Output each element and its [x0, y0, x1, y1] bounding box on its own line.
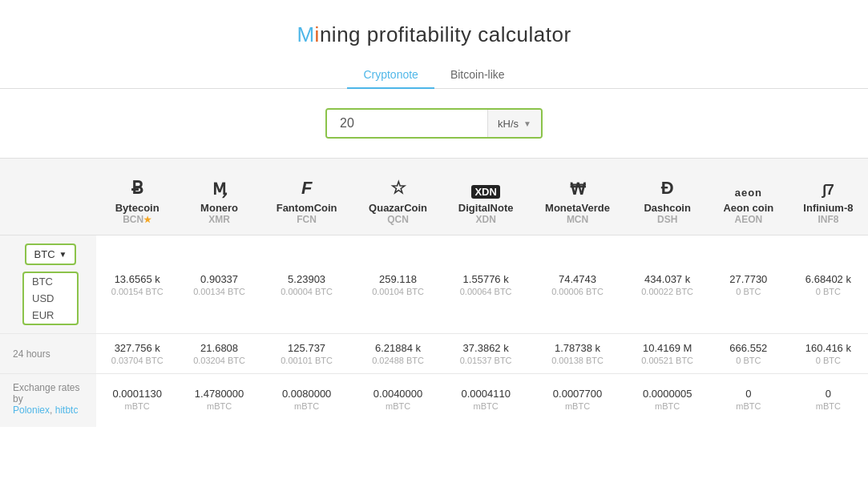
bytecoin-rate-unit: mBTC [104, 401, 170, 411]
monero-day-cell: 21.6808 0.03204 BTC [178, 334, 260, 374]
row-label-day: 24 hours [0, 334, 96, 374]
bytecoin-icon: Ƀ [104, 178, 170, 199]
aeon-rate-cell: 0 mBTC [709, 374, 789, 428]
moneta-icon: ₩ [537, 179, 619, 199]
hashrate-input-wrapper: kH/s ▼ [325, 108, 543, 139]
moneta-hour-main: 74.4743 [537, 273, 619, 285]
digital-day-btc: 0.01537 BTC [451, 356, 521, 365]
bytecoin-rate-cell: 0.0001130 mBTC [96, 374, 178, 428]
infinium-hour-btc: 0 BTC [797, 287, 860, 296]
moneta-day-cell: 1.78738 k 0.00138 BTC [529, 334, 627, 374]
dash-ticker: DSH [634, 214, 700, 225]
fantom-rate: 0.0080000 [268, 388, 345, 400]
digital-hour-cell: 1.55776 k 0.00064 BTC [443, 235, 529, 334]
table-row-exchange: Exchange rates by Poloniex, hitbtc 0.000… [0, 374, 868, 428]
digital-rate: 0.0004110 [451, 388, 521, 400]
monero-ticker: XMR [186, 214, 252, 225]
fantom-hour-main: 5.23903 [268, 273, 345, 285]
col-header-bytecoin: Ƀ Bytecoin BCN★ [96, 171, 178, 235]
infinium-hour-cell: 6.68402 k 0 BTC [789, 235, 868, 334]
currency-option-btc[interactable]: BTC [24, 273, 77, 290]
page-title: Mining profitability calculator [0, 0, 868, 62]
dash-hour-main: 434.037 k [634, 273, 700, 285]
quazar-rate: 0.0040000 [361, 388, 434, 400]
fantom-hour-cell: 5.23903 0.00004 BTC [260, 235, 353, 334]
monero-rate-cell: 1.4780000 mBTC [178, 374, 260, 428]
table-row-hour: BTC ▼ BTC USD EUR 13.6565 k 0.00154 BTC [0, 235, 868, 334]
aeon-day-cell: 666.552 0 BTC [709, 334, 789, 374]
digital-ticker: XDN [451, 214, 521, 225]
bytecoin-hour-main: 13.6565 k [104, 273, 170, 285]
quazar-day-main: 6.21884 k [361, 342, 434, 354]
col-header-moneta: ₩ MonetaVerde MCN [529, 171, 627, 235]
fantom-hour-btc: 0.00004 BTC [268, 287, 345, 296]
currency-selector-button[interactable]: BTC ▼ [25, 243, 77, 265]
fantom-day-main: 125.737 [268, 342, 345, 354]
dash-day-btc: 0.00521 BTC [634, 356, 700, 365]
digital-rate-cell: 0.0004110 mBTC [443, 374, 529, 428]
table-row-day: 24 hours 327.756 k 0.03704 BTC 21.6808 0… [0, 334, 868, 374]
tab-bitcoin-like[interactable]: Bitcoin-like [434, 62, 521, 89]
bytecoin-rate: 0.0001130 [104, 388, 170, 400]
bytecoin-day-cell: 327.756 k 0.03704 BTC [96, 334, 178, 374]
aeon-ticker: AEON [717, 214, 781, 225]
fantom-ticker: FCN [268, 214, 345, 225]
digital-hour-main: 1.55776 k [451, 273, 521, 285]
monero-icon: Ӎ [186, 179, 252, 199]
tab-cryptonote[interactable]: Cryptonote [347, 62, 434, 89]
currency-option-eur[interactable]: EUR [24, 307, 77, 324]
quazar-rate-cell: 0.0040000 mBTC [353, 374, 442, 428]
fantom-name: FantomCoin [268, 202, 345, 214]
hashrate-input[interactable] [327, 110, 487, 137]
currency-option-usd[interactable]: USD [24, 290, 77, 307]
moneta-day-main: 1.78738 k [537, 342, 619, 354]
quazar-icon: ☆ [361, 178, 434, 199]
digital-rate-unit: mBTC [451, 401, 521, 411]
bytecoin-ticker: BCN★ [104, 214, 170, 225]
hashrate-unit-label: kH/s [498, 118, 519, 130]
col-header-aeon: aeon Aeon coin AEON [709, 171, 789, 235]
fantom-rate-cell: 0.0080000 mBTC [260, 374, 353, 428]
digital-day-cell: 37.3862 k 0.01537 BTC [443, 334, 529, 374]
currency-selected-label: BTC [34, 248, 55, 260]
quazar-ticker: QCN [361, 214, 434, 225]
results-table-wrapper: Ƀ Bytecoin BCN★ Ӎ Monero XMR F FantomCoi… [0, 158, 868, 427]
aeon-day-btc: 0 BTC [717, 356, 781, 365]
quazar-rate-unit: mBTC [361, 401, 434, 411]
moneta-day-btc: 0.00138 BTC [537, 356, 619, 365]
aeon-hour-cell: 27.7730 0 BTC [709, 235, 789, 334]
monero-name: Monero [186, 202, 252, 214]
infinium-rate-unit: mBTC [797, 401, 860, 411]
poloniex-link[interactable]: Poloniex [13, 404, 50, 416]
hitbtc-link[interactable]: hitbtc [55, 404, 79, 416]
tabs-container: Cryptonote Bitcoin-like [0, 62, 868, 89]
currency-dropdown-arrow: ▼ [59, 250, 67, 259]
infinium-hour-main: 6.68402 k [797, 273, 860, 285]
bytecoin-hour-cell: 13.6565 k 0.00154 BTC [96, 235, 178, 334]
monero-rate-unit: mBTC [186, 401, 252, 411]
col-header-quazar: ☆ QuazarCoin QCN [353, 171, 442, 235]
monero-hour-cell: 0.90337 0.00134 BTC [178, 235, 260, 334]
aeon-day-main: 666.552 [717, 342, 781, 354]
hashrate-unit-selector[interactable]: kH/s ▼ [487, 110, 541, 137]
monero-day-main: 21.6808 [186, 342, 252, 354]
moneta-rate: 0.0007700 [537, 388, 619, 400]
col-header-digital: XDN DigitalNote XDN [443, 171, 529, 235]
moneta-hour-btc: 0.00006 BTC [537, 287, 619, 296]
digital-icon: XDN [471, 185, 499, 199]
dash-day-main: 10.4169 M [634, 342, 700, 354]
row-label-hour: BTC ▼ BTC USD EUR [0, 235, 96, 334]
dash-rate-cell: 0.0000005 mBTC [626, 374, 708, 428]
dash-hour-cell: 434.037 k 0.00022 BTC [626, 235, 708, 334]
aeon-rate-unit: mBTC [717, 401, 781, 411]
infinium-icon: ∫7 [797, 182, 860, 199]
aeon-hour-btc: 0 BTC [717, 287, 781, 296]
aeon-rate: 0 [717, 388, 781, 400]
infinium-day-cell: 160.416 k 0 BTC [789, 334, 868, 374]
dash-rate-unit: mBTC [634, 401, 700, 411]
monero-rate: 1.4780000 [186, 388, 252, 400]
row-label-exchange: Exchange rates by Poloniex, hitbtc [0, 374, 96, 428]
col-header-dash: Đ Dashcoin DSH [626, 171, 708, 235]
quazar-name: QuazarCoin [361, 202, 434, 214]
monero-hour-btc: 0.00134 BTC [186, 287, 252, 296]
